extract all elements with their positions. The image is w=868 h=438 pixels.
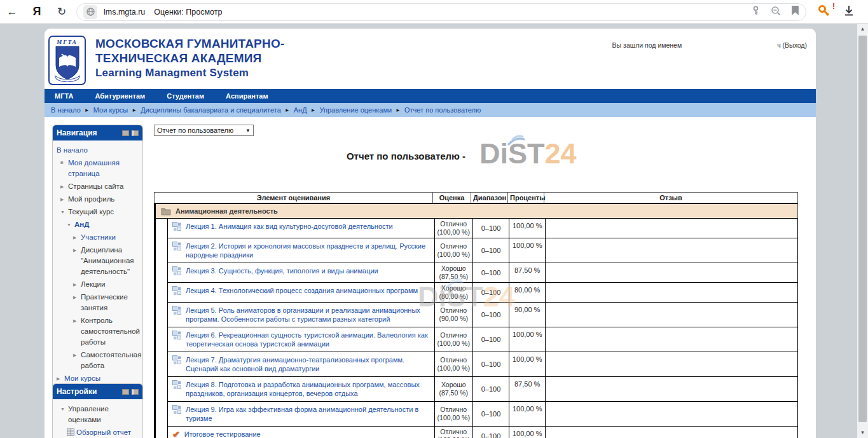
grade-item-link[interactable]: Лекция 5. Роль аниматоров в организации … — [186, 306, 431, 324]
crumb-disciplines[interactable]: Дисциплины бакалавриата и специалитета — [141, 106, 281, 114]
settings-item-grade-admin[interactable]: ▼ Управление оценками — [57, 404, 140, 425]
category-row: Анимационная деятельность — [156, 204, 798, 219]
grade-item-link[interactable]: Лекция 2. История и хронология массовых … — [186, 242, 431, 259]
site-header: МГТА МОСКОВСКАЯ ГУМАНИТАРНО- ТЕХНИЧЕСКАЯ… — [45, 29, 816, 89]
login-name: ч — [777, 41, 780, 49]
sidebar-item-selfwork[interactable]: ▶ Самостоятельная работа — [57, 350, 140, 371]
nav-item-studentam[interactable]: Студентам — [167, 92, 204, 100]
lesson-icon — [172, 405, 181, 423]
lesson-icon — [172, 306, 181, 324]
percent-cell: 100,00 % — [509, 219, 545, 238]
chevron-down-icon[interactable]: ▼ — [60, 404, 68, 425]
table-row: Лекция 5. Роль аниматоров в организации … — [167, 303, 798, 327]
range-cell: 0–100 — [472, 377, 509, 401]
download-icon[interactable] — [843, 5, 855, 19]
crumb-my-courses[interactable]: Мои курсы — [93, 106, 128, 114]
chevron-down-icon[interactable]: ▼ — [67, 219, 74, 230]
grade-item-link[interactable]: Итоговое тестирование — [184, 430, 261, 438]
review-cell — [545, 303, 797, 327]
scroll-down-arrow[interactable]: ▼ — [857, 428, 868, 438]
sidebar-item-my-home[interactable]: ■ Моя домашняя страница — [57, 158, 140, 179]
grade-item-link[interactable]: Лекция 8. Подготовка и разработка анимац… — [186, 380, 431, 398]
refresh-button[interactable]: ↻ — [50, 5, 74, 18]
grades-table: Элемент оценивания Оценка Диапазон Проце… — [154, 192, 798, 438]
crumb-home[interactable]: В начало — [51, 106, 81, 114]
col-header-grade: Оценка — [432, 193, 471, 203]
vertical-scrollbar[interactable]: ▲ ▼ — [857, 24, 868, 438]
url-text[interactable]: lms.mgta.ru — [104, 8, 145, 17]
nav-item-abiturientam[interactable]: Абитуриентам — [95, 92, 145, 100]
sidebar-item-participants[interactable]: ▶ Участники — [57, 232, 140, 243]
chevron-right-icon[interactable]: ▶ — [73, 350, 81, 371]
settings-block-title: Настройки — [57, 387, 120, 396]
site-content: МГТА МОСКОВСКАЯ ГУМАНИТАРНО- ТЕХНИЧЕСКАЯ… — [45, 29, 816, 438]
review-cell — [545, 219, 797, 238]
sidebar-item-my-courses[interactable]: ▶ Мои курсы — [57, 373, 140, 384]
lesson-icon — [172, 355, 181, 373]
sidebar-item-and-course[interactable]: ▼ АнД — [57, 219, 140, 230]
settings-item-overview-report[interactable]: Обзорный отчет — [57, 427, 140, 438]
crumb-course[interactable]: АнД — [294, 106, 307, 114]
grade-item-link[interactable]: Лекция 9. Игра как эффективная форма ани… — [186, 405, 431, 423]
zoom-icon[interactable] — [771, 6, 781, 18]
review-cell — [545, 263, 797, 282]
sidebar-item-site-pages[interactable]: ▶ Страницы сайта — [57, 181, 140, 192]
grade-item-link[interactable]: Лекция 1. Анимация как вид культурно-дос… — [186, 222, 393, 235]
scroll-up-arrow[interactable]: ▲ — [857, 24, 868, 34]
page-title: Отчет по пользователю - — [154, 151, 658, 161]
logout-link[interactable]: (Выход) — [783, 41, 807, 49]
bookmark-icon[interactable] — [791, 6, 799, 18]
password-manager-icon[interactable]: ! — [818, 4, 830, 20]
sidebar-item-current-course[interactable]: ▼ Текущий курс — [57, 207, 140, 217]
col-header-item: Элемент оценивания — [155, 193, 432, 203]
chevron-right-icon[interactable]: ▶ — [73, 232, 81, 243]
percent-cell: 100,00 % — [509, 402, 545, 426]
settings-block-header: Настройки — [53, 384, 142, 399]
login-prefix: Вы зашли под именем — [612, 41, 682, 49]
academy-title-line1: МОСКОВСКАЯ ГУМАНИТАРНО- — [95, 36, 284, 51]
collapse-block-icon[interactable] — [122, 130, 129, 136]
nav-item-mgta[interactable]: МГТА — [55, 92, 73, 100]
collapse-block-icon[interactable] — [122, 389, 129, 395]
percent-cell: 87,50 % — [509, 377, 545, 401]
scrollbar-thumb[interactable] — [858, 36, 867, 422]
quiz-check-icon: ✔ — [172, 430, 180, 438]
dock-block-icon[interactable] — [132, 389, 139, 395]
chevron-right-icon[interactable]: ▶ — [60, 181, 68, 192]
grade-item-link[interactable]: Лекция 4. Технологический процесс создан… — [186, 286, 418, 299]
chevron-right-icon[interactable]: ▶ — [73, 245, 81, 277]
yandex-browser-icon[interactable]: Я — [24, 5, 50, 18]
chevron-right-icon[interactable]: ▶ — [57, 373, 64, 384]
address-bar[interactable]: lms.mgta.ru Оценки: Просмотр — [76, 3, 806, 21]
academy-logo: МГТА — [48, 36, 86, 85]
sidebar-item-control[interactable]: ▶ Контроль самостоятельной работы — [57, 315, 140, 348]
review-cell — [545, 402, 797, 426]
table-row: Лекция 7. Драматургия анимационно-театра… — [167, 352, 798, 377]
crumb-user-report[interactable]: Отчет по пользователю — [404, 106, 481, 114]
sidebar-item-lectures[interactable]: ▶ Лекции — [57, 279, 140, 290]
chevron-right-icon[interactable]: ▶ — [60, 194, 68, 205]
grade-item-link[interactable]: Лекция 6. Рекреационная сущность туристс… — [186, 331, 431, 348]
sidebar-item-discipline[interactable]: ▶ Дисциплина "Анимационная деятельность" — [57, 245, 140, 277]
grade-item-link[interactable]: Лекция 7. Драматургия анимационно-театра… — [186, 355, 431, 373]
grade-item-link[interactable]: Лекция 3. Сущность, функция, типология и… — [186, 266, 378, 279]
signal-arcs-icon — [505, 132, 527, 146]
report-type-select[interactable]: Отчет по пользователю ▼ — [154, 125, 254, 136]
review-cell — [545, 352, 797, 376]
lesson-icon — [172, 266, 181, 279]
sidebar-item-practical[interactable]: ▶ Практические занятия — [57, 292, 140, 313]
sidebar-item-my-profile[interactable]: ▶ Мой профиль — [57, 194, 140, 205]
chevron-right-icon[interactable]: ▶ — [73, 292, 81, 313]
crumb-grade-admin[interactable]: Управление оценками — [320, 106, 392, 114]
chevron-right-icon[interactable]: ▶ — [73, 279, 81, 290]
dock-block-icon[interactable] — [132, 130, 139, 136]
back-button[interactable]: ← — [0, 6, 24, 18]
range-cell: 0–100 — [472, 327, 509, 352]
sidebar-item-home[interactable]: В начало — [57, 145, 140, 156]
nav-item-aspirantam[interactable]: Аспирантам — [226, 92, 268, 100]
key-icon[interactable] — [751, 6, 761, 18]
range-cell: 0–100 — [472, 427, 509, 438]
crumb-separator: ► — [311, 107, 316, 113]
chevron-right-icon[interactable]: ▶ — [73, 315, 81, 348]
chevron-down-icon[interactable]: ▼ — [60, 207, 68, 217]
